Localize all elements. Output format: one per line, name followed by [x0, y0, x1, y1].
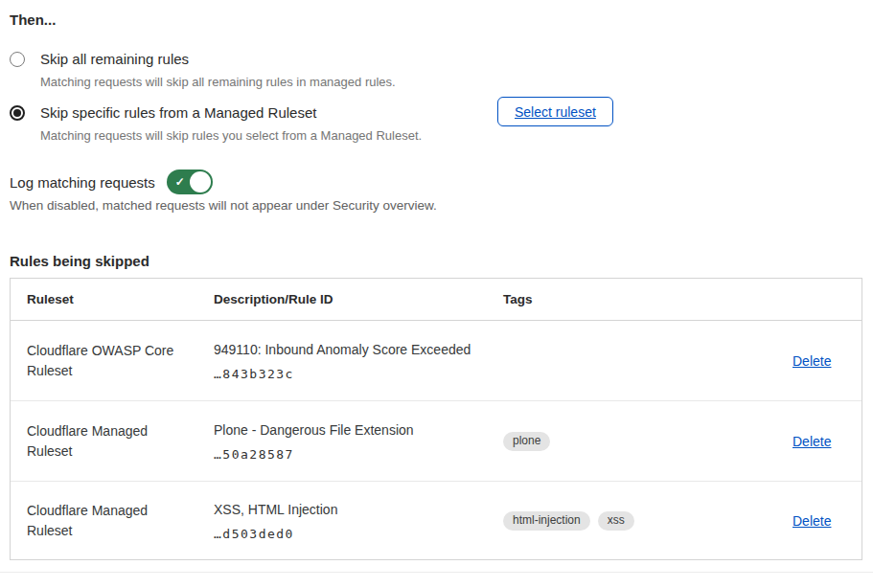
tag-badge: plone — [503, 432, 550, 451]
table-row: Cloudflare OWASP Core Ruleset 949110: In… — [11, 321, 862, 401]
ruleset-cell: Cloudflare Managed Ruleset — [27, 501, 214, 541]
tags-cell: html-injectionxss — [503, 511, 793, 531]
action-cell: Delete — [793, 352, 845, 370]
waf-rule-config-page: Then... Skip all remaining rules Matchin… — [0, 0, 873, 560]
rule-id: …d503ded0 — [214, 527, 503, 541]
radio-option-description: Matching requests will skip rules you se… — [40, 128, 422, 144]
select-ruleset-button-label: Select ruleset — [515, 104, 596, 120]
log-toggle-help-text: When disabled, matched requests will not… — [10, 198, 862, 214]
radio-option[interactable]: Skip specific rules from a Managed Rules… — [10, 103, 862, 144]
radio-button[interactable] — [10, 105, 25, 121]
then-heading: Then... — [10, 11, 862, 28]
delete-link[interactable]: Delete — [793, 353, 831, 369]
tag-badge: xss — [598, 511, 634, 531]
description-cell: 949110: Inbound Anomaly Score Exceeded …… — [214, 341, 503, 381]
log-matching-requests-row: Log matching requests ✓ — [10, 170, 862, 194]
tags-cell: plone — [503, 432, 793, 451]
then-options: Skip all remaining rules Matching reques… — [10, 50, 862, 144]
column-header-ruleset: Ruleset — [27, 292, 214, 306]
table-row: Cloudflare Managed Ruleset XSS, HTML Inj… — [11, 482, 862, 559]
column-header-tags: Tags — [503, 292, 793, 306]
radio-option-description: Matching requests will skip all remainin… — [40, 75, 396, 90]
action-cell: Delete — [793, 512, 845, 530]
table-row: Cloudflare Managed Ruleset Plone - Dange… — [11, 401, 862, 482]
rule-description: 949110: Inbound Anomaly Score Exceeded — [214, 341, 503, 358]
rule-description: XSS, HTML Injection — [214, 501, 503, 518]
check-icon: ✓ — [175, 175, 185, 189]
radio-option-label[interactable]: Skip all remaining rules — [40, 50, 396, 68]
table-header-row: Ruleset Description/Rule ID Tags — [11, 279, 862, 321]
select-ruleset-button[interactable]: Select ruleset — [497, 97, 613, 126]
radio-option[interactable]: Skip all remaining rules Matching reques… — [10, 50, 862, 90]
tag-badge: html-injection — [503, 511, 590, 531]
radio-button[interactable] — [10, 52, 25, 67]
log-matching-requests-toggle[interactable]: ✓ — [167, 170, 213, 194]
delete-link[interactable]: Delete — [793, 434, 831, 449]
section-divider — [0, 572, 873, 573]
description-cell: XSS, HTML Injection …d503ded0 — [214, 501, 503, 541]
rule-description: Plone - Dangerous File Extension — [214, 421, 503, 439]
table-body: Cloudflare OWASP Core Ruleset 949110: In… — [11, 321, 862, 559]
rule-id: …50a28587 — [214, 447, 503, 462]
column-header-description: Description/Rule ID — [214, 292, 503, 306]
radio-option-label[interactable]: Skip specific rules from a Managed Rules… — [40, 103, 422, 122]
ruleset-cell: Cloudflare OWASP Core Ruleset — [27, 341, 214, 381]
rules-being-skipped-table: Ruleset Description/Rule ID Tags Cloudfl… — [10, 278, 862, 560]
ruleset-cell: Cloudflare Managed Ruleset — [27, 421, 214, 462]
rule-id: …843b323c — [214, 367, 503, 381]
rules-being-skipped-heading: Rules being skipped — [10, 253, 862, 269]
description-cell: Plone - Dangerous File Extension …50a285… — [214, 421, 503, 462]
toggle-knob — [190, 171, 211, 192]
delete-link[interactable]: Delete — [793, 513, 831, 529]
log-matching-requests-label: Log matching requests — [10, 174, 155, 191]
action-cell: Delete — [793, 433, 845, 450]
